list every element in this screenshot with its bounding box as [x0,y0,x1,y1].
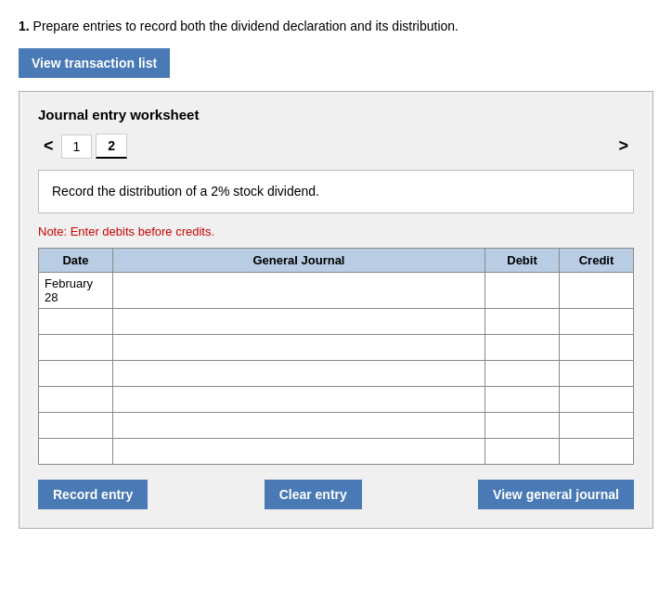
table-row [39,309,634,335]
tab-2[interactable]: 2 [96,134,127,159]
clear-entry-wrapper: Clear entry [148,480,478,509]
worksheet-title: Journal entry worksheet [38,107,634,122]
tab-1[interactable]: 1 [61,135,93,159]
journal-input-4[interactable] [113,361,485,386]
date-cell-1: February28 [39,273,113,309]
journal-input-1[interactable] [113,273,485,308]
credit-input-6[interactable] [560,413,633,438]
credit-cell-2[interactable] [560,309,634,335]
journal-cell-5[interactable] [113,387,485,413]
credit-input-2[interactable] [560,309,633,334]
credit-cell-7[interactable] [560,439,634,465]
question-body: Prepare entries to record both the divid… [33,19,459,33]
view-general-journal-button[interactable]: View general journal [478,480,634,509]
date-cell-6 [39,413,113,439]
question-text: 1. Prepare entries to record both the di… [19,19,653,33]
debit-cell-4[interactable] [485,361,560,387]
date-cell-5 [39,387,113,413]
credit-input-5[interactable] [560,387,633,412]
journal-input-6[interactable] [113,413,485,438]
credit-input-1[interactable] [560,273,633,308]
journal-cell-2[interactable] [113,309,485,335]
credit-input-4[interactable] [560,361,633,386]
nav-right-arrow[interactable]: > [613,135,634,158]
credit-cell-6[interactable] [560,413,634,439]
debit-input-4[interactable] [485,361,559,386]
debit-cell-3[interactable] [485,335,560,361]
journal-cell-4[interactable] [113,361,485,387]
debit-input-2[interactable] [485,309,559,334]
action-buttons-row: Record entry Clear entry View general jo… [38,480,634,509]
debit-input-1[interactable] [485,273,559,308]
journal-input-2[interactable] [113,309,485,334]
table-row [39,335,634,361]
credit-cell-1[interactable] [560,273,634,309]
credit-input-7[interactable] [560,439,633,464]
table-row [39,387,634,413]
debit-input-3[interactable] [485,335,559,360]
note-text: Note: Enter debits before credits. [38,225,634,238]
date-cell-2 [39,309,113,335]
table-row [39,439,634,465]
worksheet-container: Journal entry worksheet < 1 2 > Record t… [19,91,653,529]
debit-cell-6[interactable] [485,413,560,439]
table-row [39,413,634,439]
debit-input-7[interactable] [485,439,559,464]
credit-cell-4[interactable] [560,361,634,387]
view-transaction-button[interactable]: View transaction list [19,48,170,78]
debit-cell-7[interactable] [485,439,560,465]
nav-left-arrow[interactable]: < [38,135,59,158]
record-entry-button[interactable]: Record entry [38,480,148,509]
col-header-debit: Debit [485,249,560,273]
tab-navigation: < 1 2 > [38,134,634,159]
date-cell-7 [39,439,113,465]
journal-cell-1[interactable] [113,273,485,309]
col-header-credit: Credit [560,249,634,273]
credit-cell-5[interactable] [560,387,634,413]
debit-input-6[interactable] [485,413,559,438]
instruction-text: Record the distribution of a 2% stock di… [52,184,319,199]
date-cell-4 [39,361,113,387]
debit-cell-2[interactable] [485,309,560,335]
table-row [39,361,634,387]
instruction-box: Record the distribution of a 2% stock di… [38,170,634,213]
journal-cell-6[interactable] [113,413,485,439]
debit-input-5[interactable] [485,387,559,412]
date-cell-3 [39,335,113,361]
debit-cell-5[interactable] [485,387,560,413]
credit-cell-3[interactable] [560,335,634,361]
journal-cell-7[interactable] [113,439,485,465]
credit-input-3[interactable] [560,335,633,360]
col-header-journal: General Journal [113,249,485,273]
question-number: 1. [19,19,30,33]
journal-table: Date General Journal Debit Credit Februa… [38,248,634,465]
clear-entry-button[interactable]: Clear entry [265,480,362,509]
col-header-date: Date [39,249,113,273]
table-row: February28 [39,273,634,309]
journal-input-5[interactable] [113,387,485,412]
debit-cell-1[interactable] [485,273,560,309]
journal-cell-3[interactable] [113,335,485,361]
journal-input-7[interactable] [113,439,485,464]
journal-input-3[interactable] [113,335,485,360]
